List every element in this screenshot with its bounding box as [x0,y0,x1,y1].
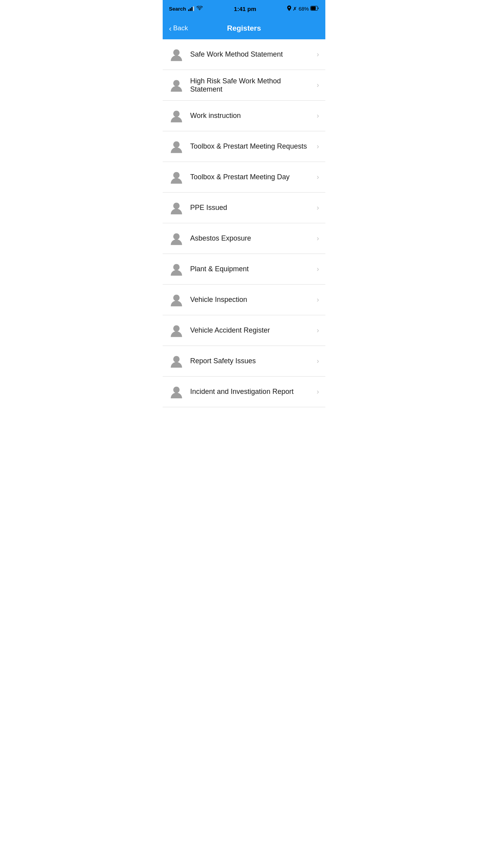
user-avatar-icon [169,384,184,399]
bluetooth-icon: ✗ [293,6,297,12]
status-left: Search [169,6,203,12]
bar3 [191,7,193,11]
list-item[interactable]: Work instruction › [163,101,325,131]
list-item[interactable]: Toolbox & Prestart Meeting Day › [163,162,325,193]
status-right: ✗ 68% [287,6,319,12]
list-item[interactable]: Incident and Investigation Report › [163,377,325,407]
user-avatar-icon [169,47,184,62]
back-label: Back [173,24,188,32]
bar1 [188,9,189,11]
item-label: High Risk Safe Work Method Statement [190,77,314,94]
svg-rect-1 [311,6,316,10]
chevron-right-icon: › [317,265,319,273]
item-label: Toolbox & Prestart Meeting Requests [190,142,314,151]
user-avatar-icon [169,262,184,277]
item-label: Safe Work Method Statement [190,50,314,59]
item-label: Incident and Investigation Report [190,388,314,396]
item-label: Asbestos Exposure [190,234,314,243]
user-avatar-icon [169,108,184,123]
status-time: 1:41 pm [234,6,256,12]
item-label: Vehicle Inspection [190,296,314,304]
svg-point-13 [173,386,180,393]
item-label: Vehicle Accident Register [190,326,314,335]
chevron-right-icon: › [317,234,319,243]
status-bar: Search 1:41 pm ✗ 68% [163,0,325,17]
chevron-right-icon: › [317,326,319,335]
user-avatar-icon [169,139,184,154]
svg-point-10 [173,294,180,301]
back-chevron-icon: ‹ [169,24,172,32]
chevron-right-icon: › [317,81,319,89]
chevron-right-icon: › [317,388,319,396]
app-name: Search [169,6,186,12]
nav-bar: ‹ Back Registers [163,17,325,39]
svg-point-3 [173,80,180,86]
user-avatar-icon [169,170,184,185]
item-label: Work instruction [190,112,314,120]
list-item[interactable]: Safe Work Method Statement › [163,39,325,70]
bar4 [193,6,194,11]
user-avatar-icon [169,200,184,215]
list-item[interactable]: PPE Issued › [163,193,325,223]
list-item[interactable]: Asbestos Exposure › [163,223,325,254]
user-avatar-icon [169,354,184,369]
list-item[interactable]: Toolbox & Prestart Meeting Requests › [163,131,325,162]
item-label: Toolbox & Prestart Meeting Day [190,173,314,181]
chevron-right-icon: › [317,112,319,120]
svg-point-6 [173,172,180,178]
list-item[interactable]: Vehicle Accident Register › [163,315,325,346]
user-avatar-icon [169,78,184,93]
chevron-right-icon: › [317,173,319,181]
chevron-right-icon: › [317,142,319,151]
svg-point-12 [173,356,180,362]
chevron-right-icon: › [317,50,319,59]
location-icon [287,6,291,12]
svg-point-11 [173,325,180,331]
user-avatar-icon [169,231,184,246]
svg-point-2 [173,49,180,55]
item-label: Plant & Equipment [190,265,314,273]
nav-title: Registers [227,24,261,33]
signal-bars-icon [188,6,194,11]
user-avatar-icon [169,292,184,307]
chevron-right-icon: › [317,357,319,365]
back-button[interactable]: ‹ Back [166,21,191,35]
battery-percent: 68% [299,6,309,12]
battery-icon [310,6,319,12]
registers-list: Safe Work Method Statement › High Risk S… [163,39,325,407]
svg-point-7 [173,202,180,209]
list-item[interactable]: Plant & Equipment › [163,254,325,285]
list-item[interactable]: Vehicle Inspection › [163,285,325,315]
svg-point-8 [173,233,180,239]
svg-point-9 [173,264,180,270]
user-avatar-icon [169,323,184,338]
item-label: Report Safety Issues [190,357,314,365]
svg-point-5 [173,141,180,147]
item-label: PPE Issued [190,204,314,212]
chevron-right-icon: › [317,296,319,304]
list-item[interactable]: High Risk Safe Work Method Statement › [163,70,325,101]
chevron-right-icon: › [317,204,319,212]
svg-point-4 [173,110,180,117]
list-item[interactable]: Report Safety Issues › [163,346,325,377]
bar2 [190,8,191,11]
wifi-icon [196,6,203,12]
